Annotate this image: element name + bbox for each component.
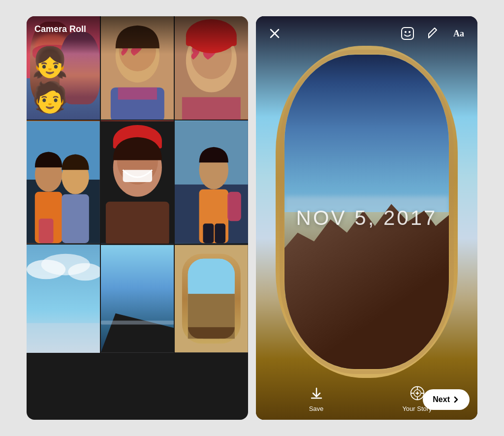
svg-point-53 [409,31,410,33]
photo-4[interactable] [27,121,100,244]
sticker-button[interactable] [399,25,416,42]
svg-rect-33 [203,223,214,243]
svg-rect-39 [27,323,100,352]
app-container: Camera Roll [0,0,504,436]
svg-rect-4 [118,88,157,100]
story-actions: Save Your Story [256,375,477,420]
svg-point-52 [405,31,407,33]
next-button[interactable]: Next [423,389,470,410]
save-label: Save [309,405,324,412]
svg-rect-34 [215,223,226,243]
text-button[interactable]: Aa [450,25,468,42]
date-overlay: NOV 5, 2017 [296,206,438,230]
photo-6[interactable] [175,121,248,244]
svg-rect-17 [62,194,89,243]
svg-rect-24 [123,170,152,182]
sticker-icon [400,26,415,41]
svg-rect-25 [106,202,169,244]
close-button[interactable] [266,25,284,42]
camera-roll-header: Camera Roll [27,16,248,54]
svg-rect-32 [227,192,241,221]
text-icon: Aa [453,29,464,39]
pen-icon [427,27,440,40]
photo-7[interactable] [27,245,100,353]
save-button[interactable]: Save [297,383,336,412]
svg-rect-48 [188,327,235,339]
story-editor-panel: NOV 5, 2017 [256,16,477,420]
chevron-right-icon [452,396,460,404]
story-toolbar: Aa [256,16,477,51]
camera-roll-panel: Camera Roll [27,16,248,420]
next-label: Next [433,395,450,404]
svg-rect-18 [39,218,54,243]
toolbar-right: Aa [399,25,468,42]
pen-button[interactable] [424,25,442,42]
camera-roll-title: Camera Roll [34,24,86,34]
photo-grid [27,16,248,420]
photo-8[interactable] [101,245,174,353]
save-icon [307,383,326,403]
download-icon [310,386,323,400]
svg-rect-51 [402,28,413,39]
svg-rect-10 [182,97,241,120]
photo-9[interactable] [175,245,248,353]
close-icon [269,28,281,39]
photo-5[interactable] [101,121,174,244]
svg-rect-42 [101,321,174,325]
